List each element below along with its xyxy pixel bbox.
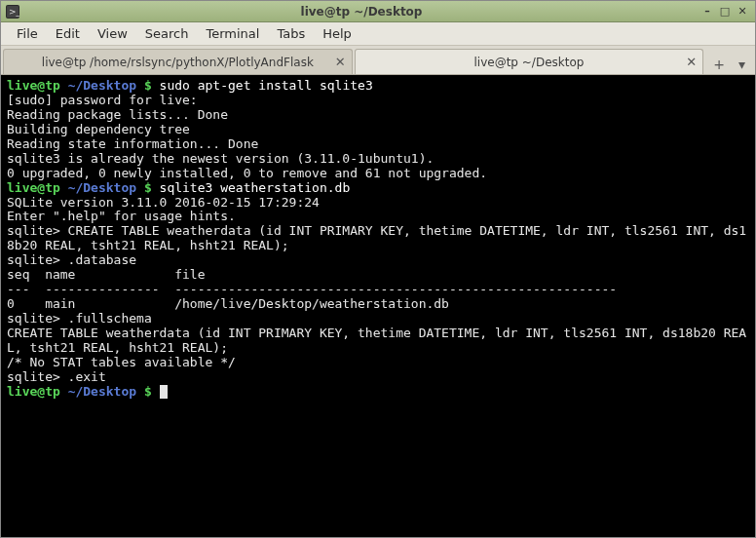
terminal-line: [sudo] password for live: [7, 93, 198, 107]
close-button[interactable]: ✕ [734, 4, 751, 19]
terminal-line: sqlite> .database [7, 252, 136, 267]
svg-text:>_: >_ [9, 7, 19, 17]
prompt-path: ~/Desktop [68, 78, 136, 93]
tab-close-icon[interactable]: ✕ [686, 55, 697, 69]
maximize-button[interactable]: □ [716, 4, 734, 19]
window-title: live@tp ~/Desktop [24, 5, 699, 19]
command-text: sqlite3 weatherstation.db [160, 180, 351, 195]
terminal-line: sqlite> CREATE TABLE weatherdata (id INT… [7, 223, 746, 252]
terminal-line: Reading state information... Done [7, 136, 258, 151]
prompt-symbol: $ [144, 78, 152, 93]
prompt-user-host: live@tp [7, 78, 60, 93]
terminal-line: Building dependency tree [7, 122, 190, 136]
menu-edit[interactable]: Edit [48, 23, 88, 44]
tab-extras: + ▾ [705, 55, 753, 74]
terminal-line: --- --------------- --------------------… [7, 282, 617, 296]
menu-search[interactable]: Search [137, 23, 197, 44]
tab-label: live@tp ~/Desktop [474, 56, 585, 69]
terminal-line: sqlite> .fullschema [7, 311, 152, 326]
menu-tabs[interactable]: Tabs [269, 23, 313, 44]
terminal-line: sqlite> .exit [7, 369, 106, 384]
tab-desktop[interactable]: live@tp ~/Desktop ✕ [355, 49, 704, 74]
menu-view[interactable]: View [90, 23, 135, 44]
tabbar: live@tp /home/rslsync/pythonX/PlotlyAndF… [1, 46, 755, 75]
terminal-cursor [160, 385, 168, 399]
prompt-path: ~/Desktop [68, 180, 136, 195]
menubar: File Edit View Search Terminal Tabs Help [1, 22, 755, 46]
terminal-output[interactable]: live@tp ~/Desktop $ sudo apt-get install… [1, 75, 755, 537]
prompt-symbol: $ [144, 384, 152, 399]
terminal-line: Reading package lists... Done [7, 107, 228, 122]
menu-terminal[interactable]: Terminal [198, 23, 267, 44]
terminal-line: SQLite version 3.11.0 2016-02-15 17:29:2… [7, 195, 320, 210]
menu-help[interactable]: Help [315, 23, 359, 44]
prompt-symbol: $ [144, 180, 152, 195]
window-controls: – □ ✕ [699, 4, 751, 19]
command-text: sudo apt-get install sqlite3 [160, 78, 373, 93]
tab-label: live@tp /home/rslsync/pythonX/PlotlyAndF… [42, 56, 314, 69]
terminal-line: CREATE TABLE weatherdata (id INT PRIMARY… [7, 326, 746, 355]
menu-file[interactable]: File [9, 23, 46, 44]
terminal-line: seq name file [7, 267, 206, 282]
terminal-line: 0 upgraded, 0 newly installed, 0 to remo… [7, 166, 487, 180]
prompt-path: ~/Desktop [68, 384, 136, 399]
prompt-user-host: live@tp [7, 180, 60, 195]
terminal-line: sqlite3 is already the newest version (3… [7, 151, 434, 166]
tab-close-icon[interactable]: ✕ [335, 55, 346, 69]
minimize-button[interactable]: – [699, 4, 716, 19]
terminal-line: /* No STAT tables available */ [7, 355, 236, 369]
terminal-line: Enter ".help" for usage hints. [7, 209, 236, 223]
terminal-line: 0 main /home/live/Desktop/weatherstation… [7, 296, 449, 311]
tab-dropdown-icon[interactable]: ▾ [735, 55, 749, 74]
tab-plotly-flask[interactable]: live@tp /home/rslsync/pythonX/PlotlyAndF… [3, 49, 353, 74]
titlebar: >_ live@tp ~/Desktop – □ ✕ [1, 1, 755, 22]
new-tab-button[interactable]: + [709, 55, 729, 74]
terminal-app-icon: >_ [5, 4, 20, 19]
prompt-user-host: live@tp [7, 384, 60, 399]
